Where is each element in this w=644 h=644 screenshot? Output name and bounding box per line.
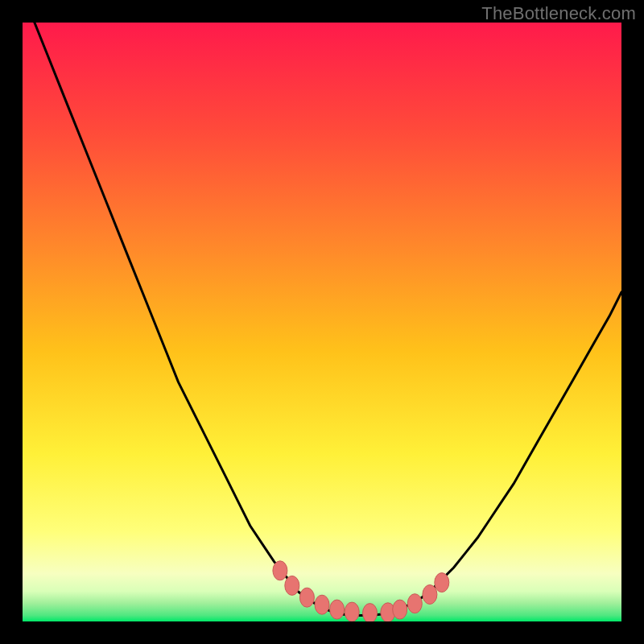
chart-background-gradient (23, 23, 621, 621)
valley-marker (330, 600, 345, 619)
attribution-text: TheBottleneck.com (481, 3, 636, 24)
chart-plot-area (23, 23, 621, 621)
valley-marker (299, 588, 314, 607)
chart-outer-frame: TheBottleneck.com (0, 0, 644, 644)
chart-svg (23, 23, 621, 621)
valley-marker (345, 602, 359, 621)
valley-marker (273, 561, 287, 580)
valley-marker (315, 595, 329, 614)
valley-marker (423, 585, 437, 605)
valley-marker (363, 604, 378, 621)
valley-marker (407, 594, 422, 613)
valley-marker (393, 600, 407, 619)
valley-marker (435, 573, 449, 592)
valley-marker (285, 576, 299, 595)
